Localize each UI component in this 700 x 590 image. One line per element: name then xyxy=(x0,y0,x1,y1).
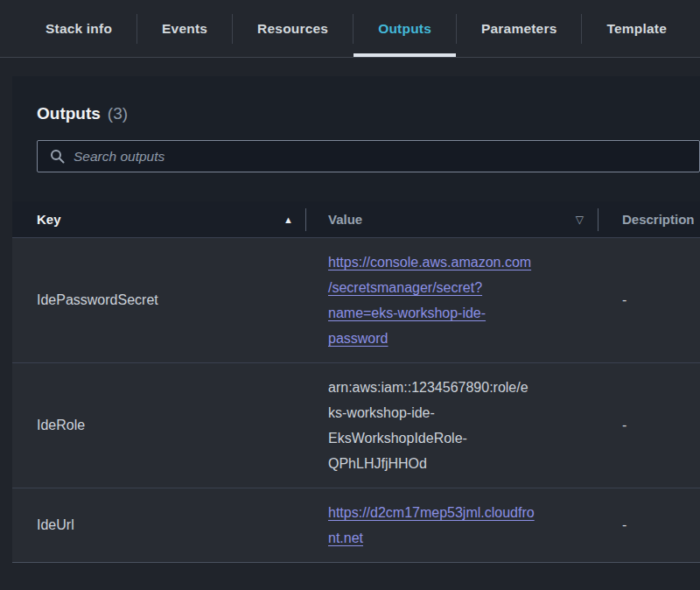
sort-descending-outline-icon: ▽ xyxy=(576,214,584,226)
search-outputs-box[interactable] xyxy=(37,140,700,172)
column-header-value[interactable]: Value ▽ xyxy=(305,201,598,237)
search-outputs-input[interactable] xyxy=(74,141,699,172)
outputs-table: Key ▲ Value ▽ Description IdePasswordSec… xyxy=(12,201,700,563)
tab-label: Template xyxy=(606,21,667,37)
table-row: IdeUrl https://d2cm17mep53jml.cloudfront… xyxy=(12,488,700,563)
column-label: Value xyxy=(328,212,362,227)
column-label: Description xyxy=(622,212,695,227)
panel-title-row: Outputs (3) xyxy=(37,102,700,125)
outputs-count-badge: (3) xyxy=(108,102,128,125)
tab-events[interactable]: Events xyxy=(137,0,232,57)
tab-label: Resources xyxy=(257,21,328,37)
column-header-key[interactable]: Key ▲ xyxy=(12,201,305,237)
tab-bar: Stack info Events Resources Outputs Para… xyxy=(0,0,700,58)
output-value-text: arn:aws:iam::1234567890:role/eks-worksho… xyxy=(328,375,535,476)
panel-header: Outputs (3) xyxy=(12,76,700,172)
tab-stack-info[interactable]: Stack info xyxy=(21,0,136,57)
table-row: IdeRole arn:aws:iam::1234567890:role/eks… xyxy=(12,363,700,488)
tab-resources[interactable]: Resources xyxy=(233,0,353,57)
output-value-cell: https://d2cm17mep53jml.cloudfront.net xyxy=(305,488,598,562)
outputs-panel: Outputs (3) Key ▲ Value ▽ Descripti xyxy=(12,76,700,563)
tab-label: Parameters xyxy=(481,21,556,37)
output-value-link[interactable]: https://d2cm17mep53jml.cloudfront.net xyxy=(328,500,535,551)
output-key: IdePasswordSecret xyxy=(12,292,305,308)
output-description: - xyxy=(598,292,700,308)
output-value-link[interactable]: https://console.aws.amazon.com/secretsma… xyxy=(328,249,535,351)
tab-label: Events xyxy=(162,21,207,37)
column-divider xyxy=(305,208,306,231)
table-header-row: Key ▲ Value ▽ Description xyxy=(12,201,700,238)
panel-title: Outputs xyxy=(37,102,101,125)
output-value-cell: https://console.aws.amazon.com/secretsma… xyxy=(305,238,598,362)
column-divider xyxy=(598,208,598,231)
output-value-cell: arn:aws:iam::1234567890:role/eks-worksho… xyxy=(305,363,598,488)
sort-ascending-icon: ▲ xyxy=(284,214,293,225)
tab-template[interactable]: Template xyxy=(582,0,691,57)
output-key: IdeUrl xyxy=(12,517,305,533)
tab-label: Outputs xyxy=(378,21,431,37)
tab-outputs[interactable]: Outputs xyxy=(354,0,456,57)
output-key: IdeRole xyxy=(12,418,305,433)
tab-parameters[interactable]: Parameters xyxy=(457,0,581,57)
table-row: IdePasswordSecret https://console.aws.am… xyxy=(12,238,700,363)
column-label: Key xyxy=(37,212,61,227)
output-description: - xyxy=(598,418,700,433)
tab-label: Stack info xyxy=(46,21,112,37)
search-icon xyxy=(50,149,65,164)
output-description: - xyxy=(598,517,700,533)
column-header-description[interactable]: Description xyxy=(598,201,700,237)
